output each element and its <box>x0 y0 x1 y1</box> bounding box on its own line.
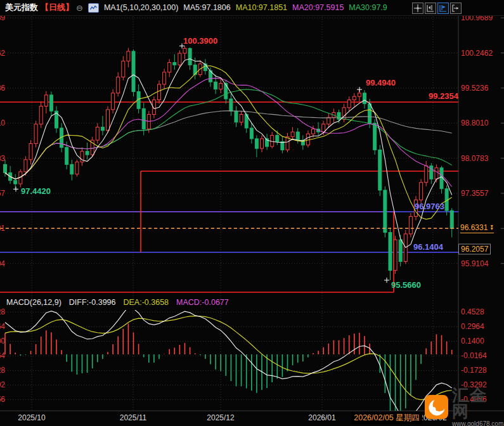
pane-arrow-icon[interactable] <box>450 3 462 14</box>
y-axis-label-left: 99.5236 <box>0 84 5 93</box>
y-axis-label-left: 98.0783 <box>0 154 5 163</box>
price-annotation: 99.4940 <box>366 78 396 87</box>
axis-scale-icon[interactable] <box>425 3 436 14</box>
symbol-title: 美元指数 <box>5 2 38 13</box>
x-axis-label: 2025/12 <box>207 413 234 422</box>
macd-axis-label: -0.1728 <box>461 366 487 375</box>
x-axis-label: 2026/01 <box>308 413 335 422</box>
gold678-logo-icon <box>425 395 448 419</box>
y-axis-label-left: 98.8010 <box>0 119 5 127</box>
macd-dea-value: DEA:-0.3658 <box>123 298 169 307</box>
y-axis-label: 97.3557 <box>461 189 488 198</box>
logo-url-text: www.gold678.com <box>452 420 503 426</box>
swing-high-cross <box>357 87 362 92</box>
period-label: 【日线】 <box>41 2 74 13</box>
macd-axis-label-left: 0.4528 <box>0 307 5 316</box>
y-axis-label-left: 100.2462 <box>0 49 5 58</box>
macd-axis-label-left: -0.1728 <box>0 366 5 375</box>
chart-toolbar <box>412 3 462 14</box>
macd-axis-label-left: -0.4856 <box>0 395 5 404</box>
macd-header: MACD(26,12,9) DIFF:-0.3996 DEA:-0.3658 M… <box>6 298 229 307</box>
y-axis-label: 98.8010 <box>461 119 488 127</box>
ma5-value: MA5:97.1806 <box>183 3 230 12</box>
chart-canvas[interactable] <box>0 0 504 426</box>
macd-axis-label: 0.1400 <box>461 337 484 345</box>
y-axis-label-left: 97.3557 <box>0 189 5 198</box>
ma-settings-label[interactable]: MA1(5,10,20,30,100) <box>104 3 178 12</box>
site-logo: 汇金网 www.gold678.com <box>425 387 504 426</box>
macd-axis-label: 0.2964 <box>461 322 484 331</box>
macd-axis-label: 0.4528 <box>461 307 484 316</box>
crosshair-price-label: 96.6331 ▼▼ <box>460 223 494 233</box>
collapse-icon[interactable]: ⊖ <box>76 3 83 13</box>
macd-macd-value: MACD:-0.0677 <box>176 298 229 307</box>
ma20-value: MA20:97.5915 <box>292 3 344 12</box>
macd-axis-label: -0.0164 <box>461 351 487 360</box>
y-axis-label: 100.2462 <box>461 49 493 58</box>
y-axis-label: 98.0783 <box>461 154 488 163</box>
y-axis-label-left: 96.6331 <box>0 224 5 233</box>
x-axis-label: 2025/10 <box>18 413 45 422</box>
chart-app: 美元指数 【日线】 ⊖ MA1(5,10,20,30,100) MA5:97.1… <box>0 0 504 426</box>
double-down-arrow-icon: ▼▼ <box>489 225 493 231</box>
y-axis-label-left: 95.9104 <box>0 259 5 268</box>
crosshair-icon[interactable] <box>412 3 423 14</box>
axis-scale-locked-icon[interactable] <box>437 3 449 14</box>
price-annotation: 96.9763 <box>415 202 444 211</box>
crosshair-date-label: 2026/02/05 星期四 <box>351 412 422 424</box>
macd-plot <box>5 307 452 417</box>
price-annotation: 99.2354 <box>429 91 458 101</box>
macd-diff-value: DIFF:-0.3996 <box>69 298 116 307</box>
macd-axis-label-left: 0.2964 <box>0 322 5 331</box>
price-annotation: 97.4420 <box>21 186 51 196</box>
swing-low-cross <box>384 278 389 283</box>
price-annotation: 96.1404 <box>413 242 443 252</box>
macd-axis-label-left: 0.1400 <box>0 337 5 345</box>
macd-axis-label-left: -0.0164 <box>0 351 5 360</box>
gridlines <box>0 16 458 411</box>
ma10-value: MA10:97.1851 <box>236 3 287 12</box>
ma30-value: MA30:97.9 <box>349 3 387 12</box>
y-axis-label: 99.5236 <box>461 84 488 93</box>
latest-price-tag: 96.2057 <box>458 244 491 255</box>
price-annotation: 95.5660 <box>391 280 421 290</box>
price-annotation: 100.3900 <box>183 36 217 46</box>
indicator-chart-icon[interactable] <box>88 3 99 13</box>
x-axis-label: 2025/11 <box>120 413 147 422</box>
macd-axis-label-left: -0.3292 <box>0 380 5 389</box>
lowest-point-cross <box>13 186 18 191</box>
y-axis-label: 95.9104 <box>461 259 488 268</box>
logo-text: 汇金网 <box>452 387 504 420</box>
macd-params[interactable]: MACD(26,12,9) <box>6 298 61 307</box>
